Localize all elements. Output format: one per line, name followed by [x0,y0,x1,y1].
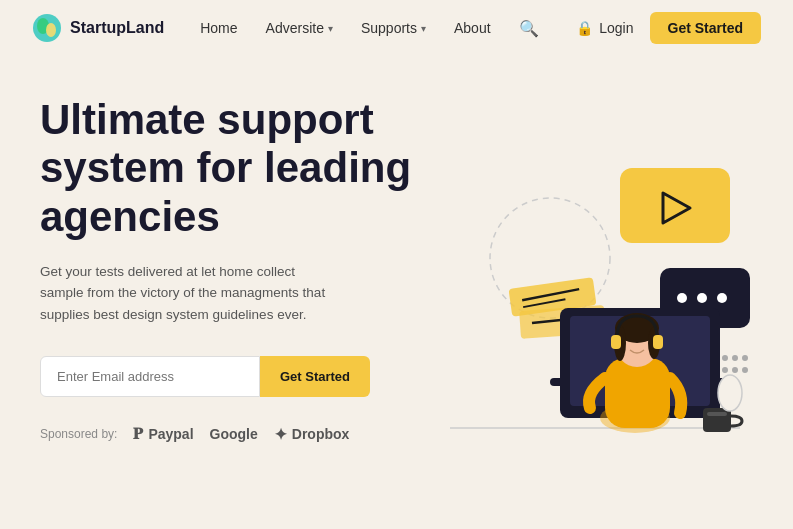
svg-point-9 [697,293,707,303]
hero-description: Get your tests delivered at let home col… [40,261,340,326]
adversite-caret: ▾ [328,23,333,34]
hero-illustration [420,86,760,509]
svg-point-34 [722,367,728,373]
nav-supports[interactable]: Supports ▾ [361,20,426,36]
hero-svg [420,138,760,458]
lock-icon: 🔒 [576,20,593,36]
svg-point-36 [742,367,748,373]
svg-rect-27 [611,335,621,349]
paypal-icon: 𝐏 [133,425,143,443]
hero-title: Ultimate support system for leading agen… [40,96,420,241]
hero-section: Ultimate support system for leading agen… [0,56,793,529]
sponsors-label: Sponsored by: [40,427,117,441]
navbar: StartupLand Home Adversite ▾ Supports ▾ … [0,0,793,56]
svg-point-37 [718,375,742,411]
nav-get-started-button[interactable]: Get Started [650,12,761,44]
svg-point-35 [732,367,738,373]
nav-home[interactable]: Home [200,20,237,36]
svg-point-2 [46,23,56,37]
sponsor-dropbox: ✦ Dropbox [274,425,350,444]
svg-point-32 [732,355,738,361]
sponsor-paypal: 𝐏 Paypal [133,425,193,443]
sponsor-google: Google [210,426,258,442]
sponsors-row: Sponsored by: 𝐏 Paypal Google ✦ Dropbox [40,425,420,444]
search-icon[interactable]: 🔍 [519,19,539,38]
logo-text: StartupLand [70,19,164,37]
svg-rect-22 [605,358,670,428]
svg-point-8 [677,293,687,303]
svg-point-31 [722,355,728,361]
nav-right: 🔒 Login Get Started [576,12,761,44]
email-input[interactable] [40,356,260,397]
login-button[interactable]: 🔒 Login [576,20,633,36]
svg-rect-5 [620,168,730,243]
svg-point-33 [742,355,748,361]
svg-rect-28 [653,335,663,349]
hero-get-started-button[interactable]: Get Started [260,356,370,397]
hero-content: Ultimate support system for leading agen… [40,86,420,444]
logo[interactable]: StartupLand [32,13,164,43]
nav-about[interactable]: About [454,20,491,36]
svg-point-10 [717,293,727,303]
email-cta-row: Get Started [40,356,370,397]
svg-rect-30 [707,412,727,416]
supports-caret: ▾ [421,23,426,34]
nav-adversite[interactable]: Adversite ▾ [266,20,333,36]
nav-links: Home Adversite ▾ Supports ▾ About 🔍 [200,19,576,38]
svg-rect-29 [703,408,731,432]
logo-icon [32,13,62,43]
dropbox-icon: ✦ [274,425,287,444]
